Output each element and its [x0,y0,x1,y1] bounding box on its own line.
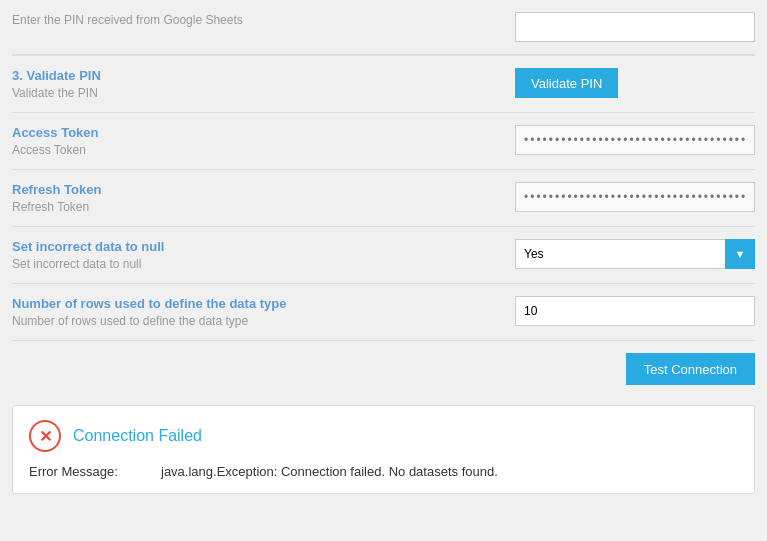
set-incorrect-desc: Set incorrect data to null [12,257,456,271]
num-rows-desc: Number of rows used to define the data t… [12,314,456,328]
set-incorrect-row: Set incorrect data to null Set incorrect… [12,227,755,284]
set-incorrect-label-col: Set incorrect data to null Set incorrect… [12,239,472,271]
error-box: ✕ Connection Failed Error Message: java.… [12,405,755,494]
pin-input[interactable] [515,12,755,42]
pin-desc: Enter the PIN received from Google Sheet… [12,13,243,27]
error-label: Error Message: [29,464,149,479]
access-token-row: Access Token Access Token [12,113,755,170]
validate-label-col: 3. Validate PIN Validate the PIN [12,68,472,100]
refresh-token-row: Refresh Token Refresh Token [12,170,755,227]
error-message: java.lang.Exception: Connection failed. … [161,464,498,479]
num-rows-row: Number of rows used to define the data t… [12,284,755,341]
refresh-token-input-col [515,182,755,212]
num-rows-title: Number of rows used to define the data t… [12,296,456,311]
refresh-token-desc: Refresh Token [12,200,456,214]
refresh-token-input[interactable] [515,182,755,212]
pin-row: Enter the PIN received from Google Sheet… [12,0,755,55]
validate-row: 3. Validate PIN Validate the PIN Validat… [12,55,755,113]
error-title: Connection Failed [73,427,202,445]
validate-btn-col: Validate PIN [515,68,755,98]
error-icon: ✕ [29,420,61,452]
error-x-icon: ✕ [39,427,52,446]
access-token-input-col [515,125,755,155]
refresh-token-label-col: Refresh Token Refresh Token [12,182,472,214]
validate-desc: Validate the PIN [12,86,456,100]
error-header: ✕ Connection Failed [29,420,738,452]
access-token-desc: Access Token [12,143,456,157]
set-incorrect-input-col: Yes No [515,239,755,269]
validate-title: 3. Validate PIN [12,68,456,83]
access-token-label-col: Access Token Access Token [12,125,472,157]
refresh-token-title: Refresh Token [12,182,456,197]
num-rows-input[interactable] [515,296,755,326]
test-connection-button[interactable]: Test Connection [626,353,755,385]
pin-label-col: Enter the PIN received from Google Sheet… [12,12,472,27]
set-incorrect-title: Set incorrect data to null [12,239,456,254]
error-details: Error Message: java.lang.Exception: Conn… [29,464,738,479]
set-incorrect-select-wrapper: Yes No [515,239,755,269]
access-token-title: Access Token [12,125,456,140]
form-section: Enter the PIN received from Google Sheet… [0,0,767,494]
main-container: Enter the PIN received from Google Sheet… [0,0,767,494]
set-incorrect-select[interactable]: Yes No [515,239,755,269]
validate-pin-button[interactable]: Validate PIN [515,68,618,98]
num-rows-label-col: Number of rows used to define the data t… [12,296,472,328]
pin-input-col [515,12,755,42]
num-rows-input-col [515,296,755,326]
access-token-input[interactable] [515,125,755,155]
actions-row: Test Connection [12,341,755,397]
